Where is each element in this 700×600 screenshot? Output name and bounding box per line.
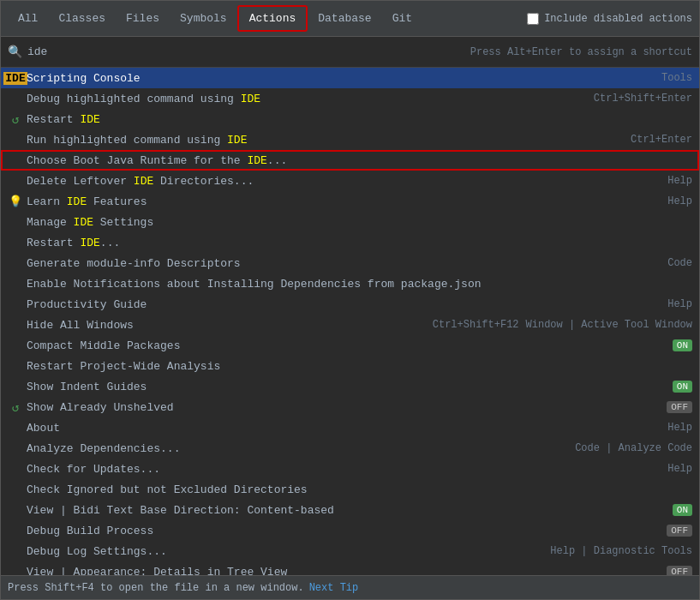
item-text: Generate module-info Descriptors bbox=[27, 257, 661, 270]
tab-database[interactable]: Database bbox=[308, 7, 381, 30]
list-item[interactable]: Debug Log Settings...Help | Diagnostic T… bbox=[1, 541, 699, 561]
unshelved-icon: ↺ bbox=[8, 399, 23, 415]
item-badge: Tools bbox=[661, 72, 692, 84]
item-badge: Help | Diagnostic Tools bbox=[550, 545, 692, 557]
item-badge: Code bbox=[667, 257, 692, 269]
item-text: Check Ignored but not Excluded Directori… bbox=[27, 483, 692, 496]
include-disabled-label: Include disabled actions bbox=[544, 13, 692, 25]
item-text: Check for Updates... bbox=[27, 463, 661, 476]
list-item[interactable]: Check Ignored but not Excluded Directori… bbox=[1, 479, 699, 500]
list-item[interactable]: Debug highlighted command using IDECtrl+… bbox=[1, 88, 699, 109]
ide-icon: IDE bbox=[8, 70, 23, 86]
item-shortcut: Ctrl+Shift+F12 bbox=[433, 319, 519, 331]
empty-icon bbox=[8, 564, 23, 575]
item-toggle[interactable]: ON bbox=[673, 381, 692, 393]
item-text: Debug Build Process bbox=[27, 525, 660, 537]
item-text: Restart Project-Wide Analysis bbox=[27, 360, 692, 373]
list-item[interactable]: Run highlighted command using IDECtrl+En… bbox=[1, 129, 699, 150]
item-shortcut: Ctrl+Enter bbox=[631, 134, 692, 146]
list-item[interactable]: ↺Show Already UnshelvedOFF bbox=[1, 397, 699, 417]
list-item[interactable]: Choose Boot Java Runtime for the IDE... bbox=[1, 150, 699, 171]
tab-symbols[interactable]: Symbols bbox=[170, 7, 237, 30]
include-disabled-container: Include disabled actions bbox=[527, 13, 692, 25]
list-item[interactable]: Hide All WindowsCtrl+Shift+F12Window | A… bbox=[1, 315, 699, 335]
tab-all[interactable]: All bbox=[8, 7, 48, 30]
next-tip-link[interactable]: Next Tip bbox=[309, 582, 359, 594]
item-text: About bbox=[27, 422, 661, 435]
list-item[interactable]: IDE Scripting ConsoleTools bbox=[1, 68, 699, 88]
item-badge: Help bbox=[667, 422, 692, 434]
empty-icon bbox=[8, 523, 23, 538]
tab-classes[interactable]: Classes bbox=[48, 7, 116, 30]
empty-icon bbox=[8, 317, 23, 333]
empty-icon bbox=[8, 543, 23, 559]
empty-icon bbox=[8, 358, 23, 374]
list-item[interactable]: 💡Learn IDE FeaturesHelp bbox=[1, 191, 699, 212]
tab-bar: All Classes Files Symbols Actions Databa… bbox=[1, 1, 699, 37]
item-text: Debug highlighted command using IDE bbox=[27, 93, 587, 105]
list-item[interactable]: Restart Project-Wide Analysis bbox=[1, 356, 699, 376]
empty-icon bbox=[8, 379, 23, 394]
search-icon: 🔍 bbox=[8, 45, 22, 59]
empty-icon bbox=[8, 214, 23, 230]
empty-icon bbox=[8, 420, 23, 435]
shortcut-hint: Press Alt+Enter to assign a shortcut bbox=[470, 46, 692, 58]
empty-icon bbox=[8, 255, 23, 271]
item-badge: Help bbox=[667, 175, 692, 187]
empty-icon bbox=[8, 297, 23, 312]
item-toggle[interactable]: ON bbox=[673, 504, 692, 516]
search-bar: 🔍 Press Alt+Enter to assign a shortcut bbox=[1, 37, 699, 68]
list-item[interactable]: Productivity GuideHelp bbox=[1, 294, 699, 315]
item-toggle[interactable]: OFF bbox=[667, 401, 692, 413]
empty-icon bbox=[8, 132, 23, 147]
empty-icon bbox=[8, 461, 23, 477]
list-item[interactable]: AboutHelp bbox=[1, 417, 699, 438]
item-badge: Help bbox=[667, 195, 692, 207]
list-item[interactable]: View | Appearance: Details in Tree ViewO… bbox=[1, 561, 699, 575]
list-item[interactable]: Generate module-info DescriptorsCode bbox=[1, 253, 699, 273]
empty-icon bbox=[8, 235, 23, 250]
search-input[interactable] bbox=[27, 45, 470, 58]
item-badge: Code | Analyze Code bbox=[575, 442, 692, 454]
list-item[interactable]: Manage IDE Settings bbox=[1, 212, 699, 232]
item-text: View | Bidi Text Base Direction: Content… bbox=[27, 504, 666, 517]
tab-files[interactable]: Files bbox=[116, 7, 170, 30]
list-item[interactable]: Restart IDE... bbox=[1, 232, 699, 253]
item-text: Hide All Windows bbox=[27, 319, 426, 332]
list-item[interactable]: Enable Notifications about Installing De… bbox=[1, 273, 699, 294]
empty-icon bbox=[8, 502, 23, 518]
item-text: Restart IDE bbox=[27, 113, 692, 126]
empty-icon bbox=[8, 482, 23, 497]
item-badge: Help bbox=[667, 463, 692, 475]
list-item[interactable]: Delete Leftover IDE Directories...Help bbox=[1, 171, 699, 191]
restart-icon: ↺ bbox=[8, 111, 23, 127]
item-text: Run highlighted command using IDE bbox=[27, 134, 624, 147]
empty-icon bbox=[8, 173, 23, 189]
item-badge: Help bbox=[667, 298, 692, 310]
include-disabled-checkbox[interactable] bbox=[527, 13, 539, 25]
empty-icon bbox=[8, 153, 23, 168]
learn-icon: 💡 bbox=[8, 194, 23, 209]
item-text: Choose Boot Java Runtime for the IDE... bbox=[27, 154, 692, 167]
item-text: Productivity Guide bbox=[27, 298, 661, 311]
item-text: Compact Middle Packages bbox=[27, 339, 666, 352]
tab-actions[interactable]: Actions bbox=[237, 5, 308, 32]
list-item[interactable]: View | Bidi Text Base Direction: Content… bbox=[1, 500, 699, 520]
item-toggle[interactable]: OFF bbox=[667, 566, 692, 575]
bottom-bar: Press Shift+F4 to open the file in a new… bbox=[1, 575, 699, 599]
item-text: View | Appearance: Details in Tree View bbox=[27, 566, 660, 576]
list-item[interactable]: Show Indent GuidesON bbox=[1, 376, 699, 397]
item-shortcut: Ctrl+Shift+Enter bbox=[594, 93, 692, 105]
list-item[interactable]: Compact Middle PackagesON bbox=[1, 335, 699, 356]
item-toggle[interactable]: OFF bbox=[667, 525, 692, 537]
tab-git[interactable]: Git bbox=[382, 7, 422, 30]
item-text: Delete Leftover IDE Directories... bbox=[27, 175, 661, 188]
bottom-hint: Press Shift+F4 to open the file in a new… bbox=[8, 582, 304, 594]
list-item[interactable]: Check for Updates...Help bbox=[1, 459, 699, 479]
list-item[interactable]: Debug Build ProcessOFF bbox=[1, 520, 699, 541]
list-item[interactable]: Analyze Dependencies...Code | Analyze Co… bbox=[1, 438, 699, 459]
list-item[interactable]: ↺Restart IDE bbox=[1, 109, 699, 129]
item-toggle[interactable]: ON bbox=[673, 339, 692, 351]
item-text: Show Indent Guides bbox=[27, 381, 666, 393]
item-text: Enable Notifications about Installing De… bbox=[27, 278, 692, 291]
